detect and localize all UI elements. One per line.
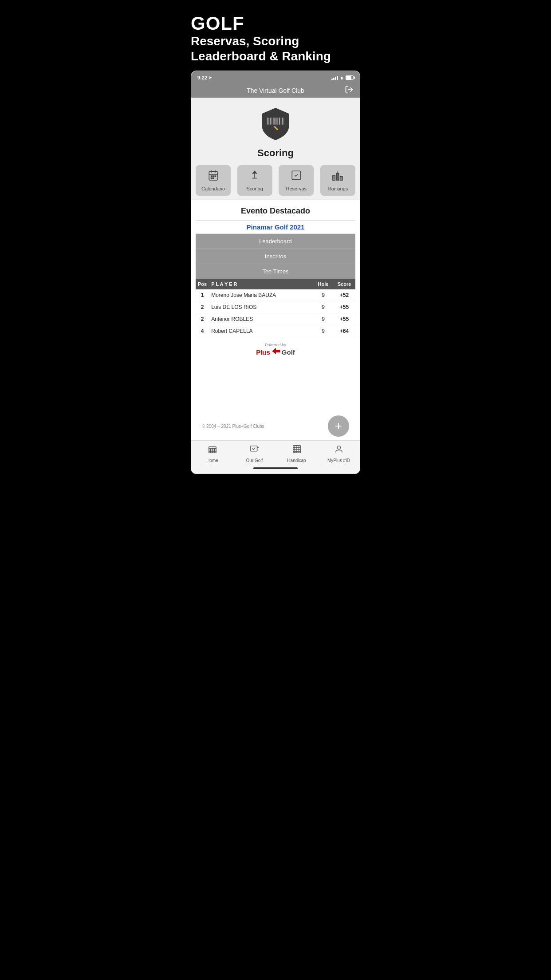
featured-section: Evento Destacado Pinamar Golf 2021 Leade… [191,200,360,440]
svg-text:✏️: ✏️ [273,126,278,131]
row-hole: 9 [313,325,333,337]
nav-btn-scoring-label: Scoring [247,186,263,191]
phone-frame: 9:22 ➤ ∎ The Virtual Golf Club [191,71,360,474]
bottom-nav-home[interactable]: Home [191,444,233,463]
table-row: 4 Robert CAPELLA 9 +64 [196,325,355,337]
svg-rect-12 [283,118,284,125]
svg-point-49 [337,446,340,449]
svg-rect-28 [337,174,339,181]
location-icon: ➤ [209,75,212,80]
nav-btn-scoring[interactable]: Scoring [237,165,272,196]
logout-icon[interactable] [345,85,354,96]
status-icons: ∎ [331,75,354,81]
svg-rect-6 [274,118,276,125]
rankings-icon: 1 [332,170,343,184]
battery-icon [346,75,354,80]
lb-tabs: Leaderboard Inscritos Tee Times [196,234,355,279]
row-pos: 1 [196,289,209,301]
nav-btn-rankings-label: Rankings [327,186,348,191]
handicap-nav-icon [292,444,302,457]
status-time: 9:22 ➤ [197,75,212,80]
table-row: 2 Luis DE LOS RíOS 9 +55 [196,301,355,313]
svg-rect-27 [333,175,335,180]
signal-bar-4 [337,76,338,80]
calendario-icon [208,170,219,184]
table-row: 1 Moreno Jose Maria BAUZA 9 +52 [196,289,355,301]
signal-bars [331,75,338,80]
bottom-nav-handicap[interactable]: Handicap [276,444,318,463]
nav-title: The Virtual Golf Club [247,87,304,94]
row-player: Luis DE LOS RíOS [209,301,313,313]
svg-rect-10 [281,118,281,125]
home-nav-icon [208,444,217,457]
app-title-golf: GOLF [191,13,360,34]
bottom-nav-home-label: Home [206,458,218,463]
svg-rect-5 [273,118,274,125]
svg-rect-4 [272,118,272,125]
col-header-player: P L A Y E R [209,279,313,289]
outer-container: GOLF Reservas, ScoringLeaderboard & Rank… [184,0,367,474]
svg-rect-22 [213,178,214,179]
svg-rect-3 [270,118,271,125]
battery-fill [346,76,351,79]
svg-rect-39 [250,446,257,451]
leaderboard-table: Pos P L A Y E R Hole Score 1 Moreno Jose… [196,279,355,337]
row-hole: 9 [313,289,333,301]
signal-bar-2 [333,78,335,80]
powered-by: Powered by Plus Golf [196,337,355,359]
row-pos: 2 [196,313,209,325]
svg-rect-20 [215,176,216,177]
nav-btn-calendario-label: Calendario [201,186,225,191]
scoring-icon [249,170,260,184]
svg-rect-29 [340,177,343,180]
row-player: Antenor ROBLES [209,313,313,325]
row-hole: 9 [313,313,333,325]
copyright: © 2004 – 2021 Plus+Golf Clubs [202,419,264,433]
reservas-icon [291,170,302,184]
footer-space [196,359,355,412]
bottom-nav-myplus-label: MyPlus #ID [327,458,350,463]
featured-title: Evento Destacado [196,206,355,220]
signal-bar-1 [331,79,333,80]
row-pos: 2 [196,301,209,313]
bottom-nav-handicap-label: Handicap [287,458,306,463]
fab-button[interactable]: + [328,415,349,437]
nav-bar: The Virtual Golf Club [191,83,360,98]
home-indicator [191,465,360,474]
svg-text:1: 1 [337,171,338,174]
nav-btn-calendario[interactable]: Calendario [196,165,231,196]
powered-logo: Plus Golf [196,348,355,356]
scoring-title: Scoring [191,146,360,165]
event-name: Pinamar Golf 2021 [196,220,355,234]
logo-section: ✏️ [191,98,360,146]
col-header-pos: Pos [196,279,209,289]
time-display: 9:22 [197,75,207,80]
home-bar [253,467,298,469]
svg-rect-18 [211,176,212,177]
row-score: +64 [333,325,355,337]
row-player: Robert CAPELLA [209,325,313,337]
row-pos: 4 [196,325,209,337]
svg-rect-8 [277,118,278,125]
status-bar: 9:22 ➤ ∎ [191,71,360,83]
bottom-nav-myplus[interactable]: MyPlus #ID [318,444,360,463]
nav-btn-reservas[interactable]: Reservas [279,165,314,196]
svg-rect-21 [211,178,212,179]
lb-tab-tee-times[interactable]: Tee Times [196,264,355,279]
bottom-nav-our-golf-label: Our Golf [246,458,263,463]
bottom-nav-our-golf[interactable]: Our Golf [233,444,276,463]
lb-tab-inscritos[interactable]: Inscritos [196,249,355,264]
row-score: +55 [333,313,355,325]
table-row: 2 Antenor ROBLES 9 +55 [196,313,355,325]
svg-marker-24 [253,171,257,174]
lb-tab-leaderboard[interactable]: Leaderboard [196,234,355,249]
svg-rect-9 [279,118,280,125]
svg-rect-1 [267,118,268,125]
app-title-section: GOLF Reservas, ScoringLeaderboard & Rank… [191,9,360,71]
wifi-icon: ∎ [340,75,343,81]
shield-icon: ✏️ [260,106,291,141]
table-body: 1 Moreno Jose Maria BAUZA 9 +52 2 Luis D… [196,289,355,337]
svg-rect-19 [213,176,214,177]
row-hole: 9 [313,301,333,313]
nav-btn-rankings[interactable]: 1 Rankings [320,165,355,196]
